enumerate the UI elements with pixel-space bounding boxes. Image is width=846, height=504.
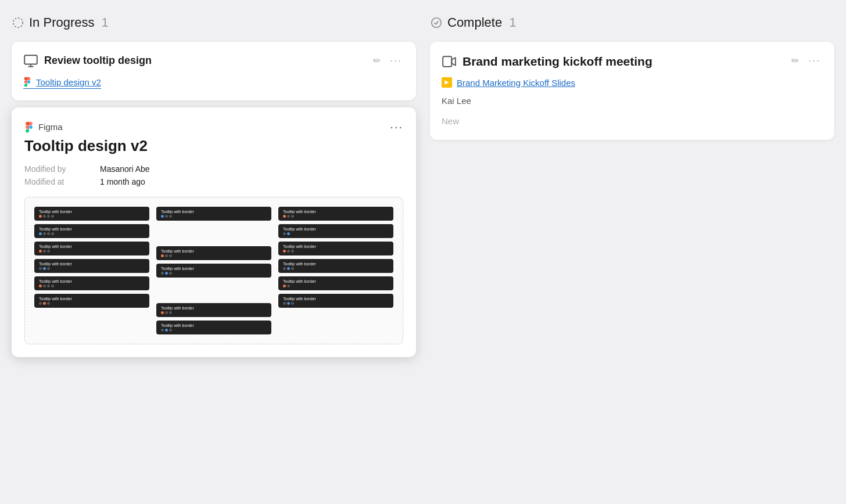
modified-at-label: Modified at	[24, 177, 100, 186]
tooltip-item: Tooltip with border	[278, 242, 393, 255]
complete-header: Complete 1	[430, 12, 834, 34]
in-progress-title: In Progress	[29, 15, 95, 30]
review-tooltip-card: Review tooltip design ✏ ··· Tooltip desi…	[12, 42, 416, 100]
card-title: Review tooltip design	[44, 54, 152, 67]
in-progress-count: 1	[102, 15, 109, 30]
card-title-row: Review tooltip design	[23, 53, 366, 69]
tooltip-gap	[156, 224, 271, 243]
tooltip-item: Tooltip with border	[156, 264, 271, 278]
in-progress-icon	[12, 16, 24, 29]
tooltip-item: Tooltip with border	[34, 294, 149, 308]
card-actions: ✏ ···	[371, 53, 404, 68]
menu-button[interactable]: ···	[388, 53, 404, 68]
tooltip-item: Tooltip with border	[34, 207, 149, 221]
svg-marker-6	[451, 57, 456, 65]
tooltip-col-1: Tooltip with border Tooltip with border	[34, 207, 149, 334]
tooltip-item: Tooltip with border	[278, 276, 393, 290]
board: In Progress 1 Review tooltip design ✏ ··…	[12, 12, 834, 357]
tooltip-item: Tooltip with border	[278, 294, 393, 308]
tooltip-item: Tooltip with border	[278, 259, 393, 273]
edit-button[interactable]: ✏	[371, 54, 383, 67]
brand-marketing-card: Brand marketing kickoff meeting ✏ ··· Br…	[430, 42, 834, 140]
complete-edit-button[interactable]: ✏	[789, 54, 801, 67]
tooltip-item: Tooltip with border	[34, 259, 149, 273]
complete-card-header: Brand marketing kickoff meeting ✏ ···	[442, 53, 823, 69]
svg-rect-5	[443, 56, 451, 66]
tooltip-design-link-text: Tooltip design v2	[36, 77, 101, 87]
slides-link[interactable]: Brand Marketing Kickoff Slides	[442, 77, 823, 88]
figma-link-icon	[23, 77, 31, 87]
tooltip-item: Tooltip with border	[278, 207, 393, 221]
tooltip-item: Tooltip with border	[34, 276, 149, 290]
tooltip-col-3: Tooltip with border Tooltip with border	[278, 207, 393, 334]
popup-meta: Modified by Masanori Abe Modified at 1 m…	[24, 164, 403, 186]
tooltip-item: Tooltip with border	[34, 242, 149, 255]
tooltip-item: Tooltip with border	[156, 303, 271, 317]
complete-card-title: Brand marketing kickoff meeting	[463, 53, 784, 69]
card-header: Review tooltip design ✏ ···	[23, 53, 404, 69]
svg-rect-1	[24, 55, 37, 64]
popup-menu-button[interactable]: ···	[390, 120, 403, 134]
complete-card-actions: ✏ ···	[789, 53, 823, 68]
popup-source: Figma	[24, 121, 63, 133]
in-progress-header: In Progress 1	[12, 12, 416, 34]
complete-title: Complete	[447, 15, 502, 30]
video-icon	[442, 54, 457, 69]
modified-by-label: Modified by	[24, 164, 100, 174]
tooltip-item: Tooltip with border	[156, 246, 271, 260]
tooltip-design-link[interactable]: Tooltip design v2	[23, 77, 101, 89]
svg-point-0	[13, 18, 23, 28]
monitor-icon	[23, 53, 38, 69]
modified-by-value: Masanori Abe	[100, 164, 403, 174]
column-complete: Complete 1 Brand marketing kickoff meeti…	[430, 12, 834, 140]
svg-point-4	[432, 18, 442, 28]
modified-at-value: 1 month ago	[100, 177, 403, 186]
complete-count: 1	[509, 15, 516, 30]
tooltip-gap	[156, 281, 271, 300]
tooltip-item: Tooltip with border	[156, 207, 271, 221]
tooltip-item: Tooltip with border	[156, 321, 271, 334]
tooltip-item: Tooltip with border	[278, 224, 393, 238]
popup-figma-icon	[24, 121, 34, 133]
tooltip-detail-popup: Figma ··· Tooltip design v2 Modified by …	[12, 107, 416, 357]
complete-icon	[430, 16, 443, 29]
popup-preview: Tooltip with border Tooltip with border	[24, 197, 403, 344]
complete-menu-button[interactable]: ···	[806, 53, 823, 68]
tooltip-col-2: Tooltip with border Tooltip with border	[156, 207, 271, 334]
popup-title: Tooltip design v2	[24, 137, 403, 155]
slides-link-text: Brand Marketing Kickoff Slides	[457, 78, 575, 88]
new-button[interactable]: New	[442, 114, 459, 128]
column-in-progress: In Progress 1 Review tooltip design ✏ ··…	[12, 12, 416, 357]
assignee-label: Kai Lee	[442, 96, 823, 106]
complete-card-title-row: Brand marketing kickoff meeting	[442, 53, 784, 69]
google-slides-icon	[442, 77, 452, 88]
tooltip-preview-grid: Tooltip with border Tooltip with border	[34, 207, 393, 334]
popup-source-label: Figma	[38, 122, 63, 132]
popup-header: Figma ···	[24, 120, 403, 134]
tooltip-item: Tooltip with border	[34, 224, 149, 238]
